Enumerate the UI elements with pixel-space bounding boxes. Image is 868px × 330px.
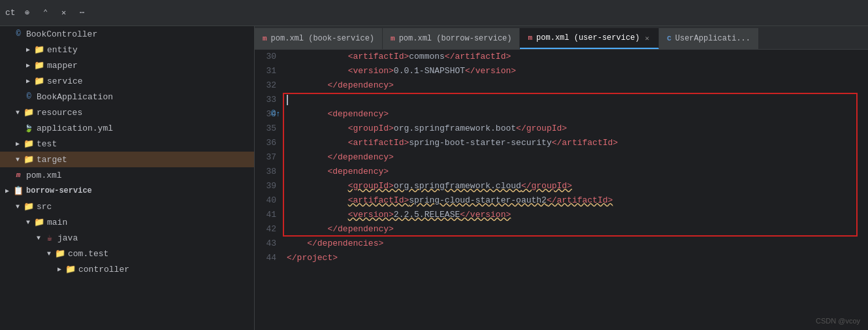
line-num-40: 40 <box>260 193 276 208</box>
sidebar-label-com-test: com.test <box>68 249 108 259</box>
line-num-39: 39 <box>260 179 276 193</box>
chevron-right-icon: ▶ <box>13 139 22 148</box>
controller-icon: © <box>24 91 34 102</box>
sidebar-label-entity: entity <box>47 45 78 55</box>
content-area: m pom.xml (book-service) m pom.xml (borr… <box>255 26 868 330</box>
code-line-39: <groupId>org.springframework.cloud</grou… <box>287 179 868 193</box>
folder-icon: 📁 <box>34 217 44 227</box>
watermark: CSDN @vcoy <box>816 317 860 325</box>
sidebar-label-borrow-service: borrow-service <box>26 186 92 195</box>
code-content: <artifactId>commons</artifactId> <versio… <box>284 50 868 265</box>
sidebar-label-src: src <box>37 202 52 212</box>
code-line-40: <artifactId>spring-cloud-starter-oauth2<… <box>287 193 868 208</box>
line-num-30: 30 <box>260 50 276 64</box>
project-label: ct <box>5 8 16 18</box>
chevron-right-icon: ▶ <box>24 61 33 70</box>
toolbar: ct ⊕ ⌃ ✕ ⋯ <box>0 0 868 26</box>
sidebar-label-mapper: mapper <box>47 61 78 71</box>
sidebar-item-resources[interactable]: ▼ 📁 resources <box>0 105 254 120</box>
tab-user-application[interactable]: C UserApplicati... <box>659 28 759 49</box>
tab-book-service[interactable]: m pom.xml (book-service) <box>255 28 383 49</box>
sidebar-item-controller[interactable]: ▶ 📁 controller <box>0 261 254 277</box>
tab-icon: m <box>391 35 395 42</box>
line-num-36: 36 <box>260 136 276 150</box>
line-num-42: 42 <box>260 222 276 237</box>
controller-icon: © <box>13 29 24 39</box>
nav-up-icon[interactable]: ⌃ <box>39 7 52 20</box>
folder-icon: 📁 <box>24 201 34 212</box>
line-num-43: 43 <box>260 237 276 251</box>
chevron-down-icon: ▼ <box>44 249 54 258</box>
sidebar-item-mapper[interactable]: ▶ 📁 mapper <box>0 58 254 73</box>
toolbar-left: ct ⊕ ⌃ ✕ ⋯ <box>5 7 89 20</box>
line-num-33: 33 <box>260 93 276 107</box>
sidebar-item-main[interactable]: ▼ 📁 main <box>0 214 254 230</box>
sidebar-item-service[interactable]: ▶ 📁 service <box>0 73 254 89</box>
module-icon: 📋 <box>13 186 24 196</box>
chevron-right-icon: ▶ <box>3 186 12 195</box>
sidebar-item-book-controller[interactable]: © BookController <box>0 26 254 42</box>
sidebar-label-test: test <box>37 139 57 149</box>
code-line-38: <dependency> <box>287 165 868 179</box>
code-line-43: </dependencies> <box>287 237 868 251</box>
tab-icon: m <box>528 34 532 42</box>
tab-icon: m <box>263 35 267 42</box>
line-num-37: 37 <box>260 150 276 165</box>
sidebar-label-application-yml: application.yml <box>37 124 113 133</box>
sidebar-item-java[interactable]: ▼ ☕ java <box>0 230 254 246</box>
close-icon[interactable]: ✕ <box>57 7 71 20</box>
tabs-bar: m pom.xml (book-service) m pom.xml (borr… <box>255 26 868 50</box>
add-icon[interactable]: ⊕ <box>21 7 34 20</box>
chevron-down-icon: ▼ <box>13 155 22 164</box>
sidebar-item-application-yml[interactable]: 🍃 application.yml <box>0 120 254 136</box>
folder-icon: 📁 <box>24 154 34 165</box>
code-line-41: <version>2.2.5.RELEASE</version> <box>287 208 868 222</box>
line-num-32: 32 <box>260 78 276 93</box>
sidebar-item-target[interactable]: ▼ 📁 target <box>0 152 254 167</box>
sidebar-item-com-test[interactable]: ▼ 📁 com.test <box>0 246 254 261</box>
sidebar-label-resources: resources <box>37 108 82 118</box>
sidebar-item-borrow-service[interactable]: ▶ 📋 borrow-service <box>0 183 254 199</box>
cursor <box>287 95 288 105</box>
line-num-38: 38 <box>260 165 276 179</box>
sidebar-item-entity[interactable]: ▶ 📁 entity <box>0 42 254 58</box>
tab-label-user-service: pom.xml (user-service) <box>536 33 639 42</box>
sidebar-label-controller: controller <box>78 265 129 274</box>
sidebar-label-service: service <box>47 76 83 86</box>
tab-borrow-service[interactable]: m pom.xml (borrow-service) <box>383 28 520 49</box>
sidebar-item-book-application[interactable]: © BookApplication <box>0 89 254 105</box>
folder-icon: 📁 <box>34 44 44 55</box>
tab-label-book-service: pom.xml (book-service) <box>271 34 374 43</box>
chevron-down-icon: ▼ <box>13 202 22 211</box>
folder-icon: 📁 <box>24 107 34 118</box>
chevron-down-icon: ▼ <box>13 108 22 117</box>
yaml-icon: 🍃 <box>24 123 34 133</box>
tab-close-icon[interactable]: ✕ <box>644 33 651 44</box>
line-num-41: 41 <box>260 208 276 222</box>
chevron-down-icon: ▼ <box>24 218 33 227</box>
folder-icon: 📁 <box>34 60 44 71</box>
xml-icon: m <box>13 170 24 180</box>
folder-icon: 📁 <box>55 248 65 259</box>
sidebar-label-java: java <box>57 233 78 243</box>
java-icon: ☕ <box>44 233 55 243</box>
sidebar-label-book-controller: BookController <box>26 29 97 39</box>
main-layout: © BookController ▶ 📁 entity ▶ 📁 mapper ▶… <box>0 26 868 330</box>
line-num-35: 35 <box>260 122 276 136</box>
editor-lines: 30 31 32 33 34 35 36 37 38 39 40 41 42 4… <box>255 50 868 265</box>
code-line-37: </dependency> <box>287 150 868 165</box>
sidebar: © BookController ▶ 📁 entity ▶ 📁 mapper ▶… <box>0 26 255 330</box>
code-line-42: </dependency> <box>287 222 868 237</box>
line-num-44: 44 <box>260 251 276 265</box>
sidebar-label-book-application: BookApplication <box>37 92 113 102</box>
tab-user-service[interactable]: m pom.xml (user-service) ✕ <box>520 28 659 49</box>
folder-icon: 📁 <box>65 264 76 274</box>
sidebar-item-test[interactable]: ▶ 📁 test <box>0 136 254 152</box>
line-num-31: 31 <box>260 64 276 78</box>
tab-label-borrow-service: pom.xml (borrow-service) <box>399 34 512 43</box>
sidebar-item-pom-xml[interactable]: m pom.xml <box>0 167 254 183</box>
menu-icon[interactable]: ⋯ <box>76 7 89 20</box>
line-numbers: 30 31 32 33 34 35 36 37 38 39 40 41 42 4… <box>255 50 284 265</box>
editor[interactable]: 30 31 32 33 34 35 36 37 38 39 40 41 42 4… <box>255 50 868 330</box>
sidebar-item-src[interactable]: ▼ 📁 src <box>0 199 254 214</box>
